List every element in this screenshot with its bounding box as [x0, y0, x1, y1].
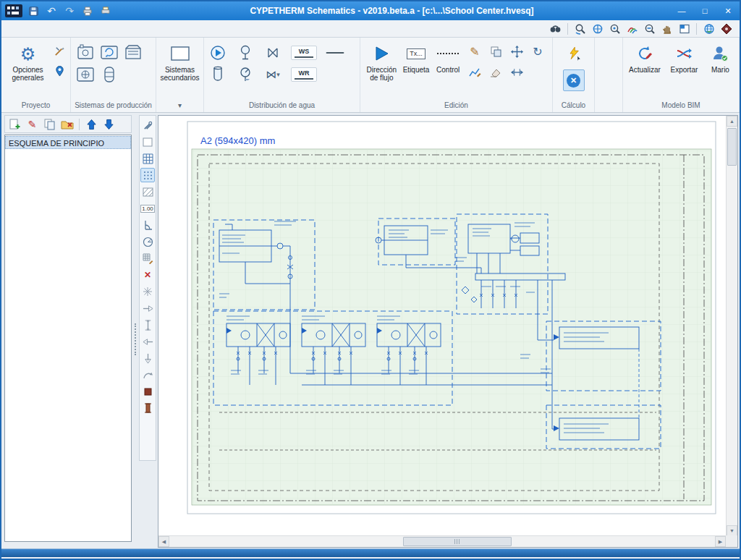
cooling-tower-button[interactable] — [123, 43, 143, 61]
edit-config-button[interactable] — [53, 44, 66, 57]
schemes-list[interactable]: ESQUEMA DE PRINCIPIO — [4, 135, 132, 542]
zoom-scale-button[interactable] — [607, 22, 622, 36]
ribbon-group-proyecto: ⚙ Opciones generales Proyecto — [1, 38, 71, 112]
horizontal-scrollbar[interactable]: ◀ ▶ — [158, 535, 726, 547]
cancel-calculation-button[interactable]: ✕ — [563, 69, 585, 91]
redraw-button[interactable] — [624, 22, 640, 36]
panel-resize-handle[interactable] — [135, 323, 136, 355]
protractor-button[interactable] — [140, 234, 155, 249]
minimize-button[interactable]: — — [670, 1, 693, 20]
redo-icon: ↷ — [65, 5, 74, 17]
ortho-button[interactable] — [140, 218, 155, 232]
valve-dropdown-button[interactable]: ⋈ ▾ — [263, 66, 282, 83]
etiqueta-label: Etiqueta — [403, 66, 430, 74]
edit-button[interactable]: ✎ — [25, 117, 40, 132]
pump-button[interactable] — [208, 44, 227, 61]
group-label-edicion: Edición — [360, 101, 552, 112]
zoom-window-button[interactable] — [572, 22, 588, 36]
tank-button[interactable] — [208, 66, 227, 83]
check-valve-button[interactable] — [263, 44, 282, 61]
ws-pipe-button[interactable]: WS — [291, 46, 317, 60]
copy-element-button[interactable] — [486, 42, 505, 61]
rotate-button[interactable]: ↻ — [528, 42, 547, 61]
control-button[interactable]: Control — [433, 41, 462, 75]
direccion-flujo-button[interactable]: Dirección de flujo — [365, 41, 399, 82]
heat-pump-button[interactable] — [75, 65, 96, 84]
help-button[interactable] — [719, 22, 734, 36]
boiler-button[interactable] — [75, 43, 96, 61]
stretch-button[interactable] — [507, 63, 526, 82]
redo-button[interactable]: ↷ — [62, 4, 77, 18]
list-item-selected[interactable]: ESQUEMA DE PRINCIPIO — [5, 136, 131, 149]
separator — [79, 119, 80, 130]
tools-button[interactable] — [140, 118, 155, 132]
move-down-button[interactable] — [101, 117, 117, 132]
eraser-button[interactable] — [486, 63, 505, 82]
print-button[interactable] — [80, 4, 96, 18]
ribbon: ⚙ Opciones generales Proyecto — [1, 38, 740, 113]
horizontal-scroll-thumb[interactable] — [403, 537, 512, 546]
find-button[interactable] — [548, 22, 563, 36]
delete-button[interactable] — [59, 117, 75, 132]
move-left-button[interactable] — [140, 334, 155, 349]
move-vertical-button[interactable] — [140, 318, 155, 332]
window-title: CYPETHERM Schematics - v2019.beta.a - [c… — [114, 6, 670, 16]
sistemas-secundarios-button[interactable]: Sistemas secundarios — [159, 41, 201, 82]
chiller-button[interactable] — [99, 43, 119, 61]
etiqueta-button[interactable]: Tx... Etiqueta — [402, 41, 431, 75]
scale-button[interactable]: 1.00 — [140, 201, 155, 216]
scroll-up-button[interactable]: ▲ — [727, 116, 737, 127]
wr-pipe-button[interactable]: WR — [291, 67, 317, 82]
zoom-extents-button[interactable] — [590, 22, 605, 36]
close-button[interactable]: ✕ — [716, 1, 740, 20]
vertical-scroll-thumb[interactable] — [727, 128, 737, 166]
edit-pencil-button[interactable]: ✎ — [465, 42, 484, 61]
column-style-button[interactable] — [140, 401, 155, 415]
app-logo-icon[interactable] — [4, 4, 23, 18]
paper-size-label: A2 (594x420) mm — [200, 135, 275, 146]
move-right-button[interactable] — [140, 301, 155, 315]
paint-style-button[interactable] — [140, 384, 155, 399]
move-down-tool-button[interactable] — [140, 351, 155, 365]
maximize-button[interactable]: □ — [693, 1, 716, 20]
copy-button[interactable] — [42, 117, 57, 132]
drawing-canvas[interactable]: A2 (594x420) mm — [158, 115, 738, 548]
paper-sheet: A2 (594x420) mm — [187, 122, 716, 514]
web-button[interactable] — [701, 22, 716, 36]
group-label-secundarios: ▾ — [156, 101, 203, 112]
hatch-button[interactable] — [140, 184, 155, 199]
scroll-left-button[interactable]: ◀ — [158, 536, 169, 547]
opciones-generales-button[interactable]: ⚙ Opciones generales — [6, 41, 50, 82]
pan-button[interactable] — [659, 22, 674, 36]
add-button[interactable] — [7, 117, 22, 132]
gauge-button[interactable] — [236, 66, 255, 83]
reference-grid-button[interactable] — [140, 251, 155, 266]
exportar-button[interactable]: Exportar — [668, 41, 700, 75]
storage-tank-button[interactable] — [99, 65, 119, 84]
grid-button[interactable] — [140, 151, 155, 166]
move-up-button[interactable] — [84, 117, 99, 132]
pipe-button[interactable] — [326, 44, 344, 61]
plot-button[interactable] — [98, 4, 114, 18]
expansion-vessel-button[interactable] — [236, 44, 255, 61]
zoom-previous-button[interactable] — [642, 22, 657, 36]
undo-button[interactable]: ↶ — [43, 4, 59, 18]
delete-element-button[interactable]: ✕ — [140, 268, 155, 282]
scroll-right-button[interactable]: ▶ — [715, 536, 726, 547]
viewport-button[interactable] — [677, 22, 692, 36]
actualizar-button[interactable]: Actualizar — [627, 41, 662, 75]
update-results-button[interactable] — [563, 43, 585, 64]
vertical-scrollbar[interactable]: ▲ ▼ — [726, 116, 737, 536]
scrollbar-corner — [726, 535, 737, 547]
user-account-button[interactable]: Mario — [706, 41, 734, 75]
schematic-drawing[interactable]: A2 (594x420) mm — [158, 116, 732, 535]
snap-grid-button[interactable] — [140, 168, 155, 182]
scroll-down-button[interactable]: ▼ — [727, 525, 737, 536]
move-button[interactable] — [507, 42, 526, 61]
curve-arrow-button[interactable] — [140, 368, 155, 382]
location-pin-button[interactable] — [53, 64, 66, 77]
snap-point-button[interactable] — [140, 284, 155, 299]
background-button[interactable] — [140, 135, 155, 149]
edit-polyline-button[interactable] — [465, 63, 484, 82]
save-button[interactable] — [25, 4, 41, 18]
